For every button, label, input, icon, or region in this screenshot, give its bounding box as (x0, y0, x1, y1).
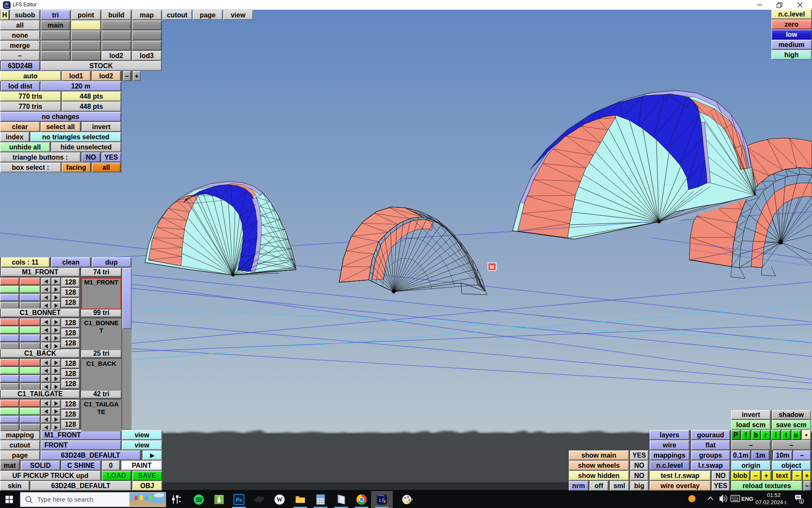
svg-text:01:52: 01:52 (767, 492, 781, 498)
svg-text:M: M (490, 264, 494, 270)
svg-text:8: 8 (383, 500, 385, 504)
svg-text:Type here to search: Type here to search (37, 496, 93, 503)
svg-text:1: 1 (801, 500, 803, 504)
svg-text:ENG: ENG (741, 496, 753, 502)
svg-text:07.02.2024 г.: 07.02.2024 г. (756, 499, 787, 505)
svg-text:W: W (277, 497, 283, 503)
svg-text:Ps: Ps (236, 497, 242, 503)
